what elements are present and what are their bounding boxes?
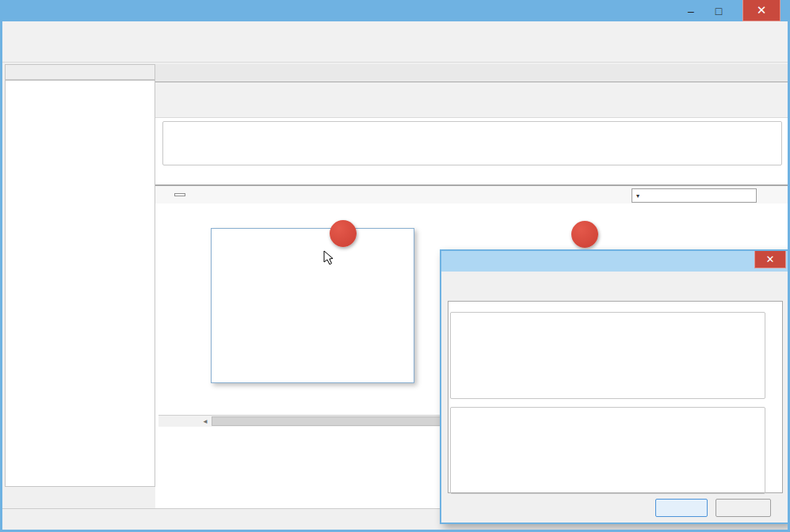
sidebar-bottom-tabs	[5, 488, 8, 507]
annotation-badge-1	[330, 220, 357, 247]
result-set-1-group	[450, 312, 765, 399]
titlebar: – □ ✕	[0, 0, 790, 24]
menu-bar	[2, 21, 788, 42]
compare-stats-bar	[155, 101, 788, 118]
main-toolbar	[2, 42, 788, 63]
ok-button[interactable]	[655, 499, 708, 517]
app-window: – □ ✕ ▾	[0, 0, 790, 532]
grid-search-input[interactable]: ▾	[632, 188, 757, 203]
servers-tree	[5, 80, 155, 487]
cancel-button[interactable]	[716, 499, 771, 517]
scroll-left-icon[interactable]: ◄	[200, 416, 211, 427]
sum-box	[174, 193, 185, 196]
search-caret-icon[interactable]: ▾	[636, 192, 639, 200]
context-menu	[211, 228, 414, 383]
close-button[interactable]: ✕	[742, 0, 780, 21]
maximize-button[interactable]: □	[707, 0, 731, 21]
document-tab-bar	[155, 64, 788, 82]
annotation-badge-2	[571, 221, 598, 248]
minimize-button[interactable]: –	[679, 0, 703, 21]
record-status-row: ▾	[155, 185, 788, 203]
dialog-titlebar	[441, 251, 788, 272]
dialog-close-button[interactable]: ✕	[754, 251, 786, 268]
search-field[interactable]	[640, 189, 756, 202]
sidebar-header	[5, 64, 155, 80]
select-result-sets-dialog: ✕	[440, 249, 789, 524]
results-compare-groupbox	[162, 121, 782, 165]
result-set-2-group	[450, 407, 765, 494]
compare-toolbar	[155, 82, 788, 101]
mouse-cursor	[323, 250, 336, 266]
